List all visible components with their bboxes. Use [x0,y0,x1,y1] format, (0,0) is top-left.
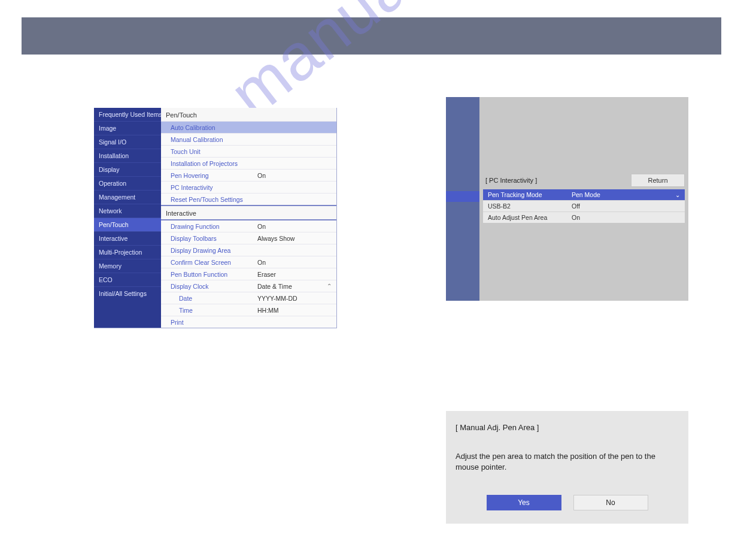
section-label-interactive: Interactive [161,205,336,219]
pc-row-pen-tracking-mode[interactable]: Pen Tracking ModePen Mode⌄ [483,189,685,200]
menu-item-drawing-function[interactable]: Drawing FunctionOn [161,219,336,232]
menu-item-print[interactable]: Print [161,316,336,328]
yes-button[interactable]: Yes [487,495,561,510]
sidebar-item-memory[interactable]: Memory [94,259,161,273]
sidebar-item-initial-all-settings[interactable]: Initial/All Settings [94,286,161,300]
menu-item-label: Touch Unit [171,148,257,155]
dialog-actions: Yes No [456,495,679,510]
menu-item-pen-hovering[interactable]: Pen HoveringOn [161,169,336,181]
menu-item-pc-interactivity[interactable]: PC Interactivity [161,181,336,193]
pc-row-value: Pen Mode [572,191,675,198]
sidebar-item-operation[interactable]: Operation [94,176,161,190]
no-button[interactable]: No [573,495,648,510]
sidebar-item-management[interactable]: Management [94,190,161,204]
dialog-title: [ Manual Adj. Pen Area ] [456,423,679,432]
menu-item-date[interactable]: DateYYYY-MM-DD [161,292,336,304]
menu-item-pen-button-function[interactable]: Pen Button FunctionEraser [161,268,336,280]
menu-item-display-drawing-area[interactable]: Display Drawing Area [161,244,336,256]
section-label-pen-touch: Pen/Touch [161,108,336,121]
pc-panel-header: [ PC Interactivity ] Return [485,174,685,187]
menu-item-label: Manual Calibration [171,136,257,143]
menu-item-label: Time [171,307,257,314]
menu-item-label: Print [171,319,257,326]
menu-item-label: Installation of Projectors [171,160,257,167]
menu-item-display-clock[interactable]: Display ClockDate & Time⌃ [161,280,336,292]
menu-item-value: Date & Time [257,283,327,290]
sidebar-item-display[interactable]: Display [94,162,161,176]
menu-item-label: Reset Pen/Touch Settings [171,196,257,203]
sidebar-item-interactive[interactable]: Interactive [94,231,161,245]
pc-row-value: On [572,214,680,221]
menu-item-display-toolbars[interactable]: Display ToolbarsAlways Show [161,232,336,244]
pc-panel-sidebar [446,97,479,301]
menu-item-reset-pen-touch-settings[interactable]: Reset Pen/Touch Settings [161,193,336,205]
settings-sidebar: Frequently Used ItemsImageSignal I/OInst… [94,108,161,328]
pc-row-label: Pen Tracking Mode [488,191,572,198]
menu-item-installation-of-projectors[interactable]: Installation of Projectors [161,157,336,169]
pc-interactivity-panel: [ PC Interactivity ] Return Pen Tracking… [446,97,688,301]
pc-row-usb-b2[interactable]: USB-B2Off [483,200,685,211]
pc-row-label: Auto Adjust Pen Area [488,214,572,221]
top-banner [22,17,721,55]
pc-panel-title: [ PC Interactivity ] [485,177,537,184]
menu-item-label: Display Clock [171,283,257,290]
menu-item-time[interactable]: TimeHH:MM [161,304,336,316]
chevron-up-icon: ⌃ [327,283,332,289]
chevron-down-icon: ⌄ [675,192,680,198]
sidebar-item-installation[interactable]: Installation [94,149,161,162]
return-button[interactable]: Return [631,174,685,187]
sidebar-item-network[interactable]: Network [94,204,161,217]
menu-item-value: On [257,172,332,179]
sidebar-item-frequently-used-items[interactable]: Frequently Used Items [94,108,161,121]
sidebar-item-eco[interactable]: ECO [94,273,161,286]
sidebar-item-signal-i-o[interactable]: Signal I/O [94,135,161,149]
pc-row-value: Off [572,202,680,210]
menu-item-label: Display Toolbars [171,235,257,242]
menu-item-label: Confirm Clear Screen [171,259,257,266]
menu-item-touch-unit[interactable]: Touch Unit [161,145,336,157]
pc-panel-sidebar-highlight [446,191,479,202]
menu-item-value: Eraser [257,271,332,278]
menu-item-label: Auto Calibration [171,124,257,131]
pc-interactivity-list: Pen Tracking ModePen Mode⌄USB-B2OffAuto … [483,189,685,223]
menu-item-value: HH:MM [257,307,332,314]
menu-item-value: On [257,223,332,230]
menu-item-label: Pen Hovering [171,172,257,179]
menu-item-confirm-clear-screen[interactable]: Confirm Clear ScreenOn [161,256,336,268]
menu-item-label: PC Interactivity [171,184,257,191]
menu-item-manual-calibration[interactable]: Manual Calibration [161,133,336,145]
pc-row-label: USB-B2 [488,202,572,210]
menu-item-value: On [257,259,332,266]
menu-item-label: Display Drawing Area [171,247,257,254]
menu-item-value: YYYY-MM-DD [257,295,332,302]
manual-adj-pen-area-dialog: [ Manual Adj. Pen Area ] Adjust the pen … [446,411,688,524]
menu-item-label: Date [171,295,257,302]
pc-panel-body: [ PC Interactivity ] Return Pen Tracking… [479,97,688,301]
settings-detail: Pen/TouchAuto CalibrationManual Calibrat… [161,108,336,328]
settings-panel: Frequently Used ItemsImageSignal I/OInst… [94,108,337,328]
pc-row-auto-adjust-pen-area[interactable]: Auto Adjust Pen AreaOn [483,211,685,223]
menu-item-value: Always Show [257,235,332,242]
dialog-message: Adjust the pen area to match the positio… [456,451,679,472]
menu-item-label: Pen Button Function [171,271,257,278]
sidebar-item-image[interactable]: Image [94,121,161,135]
sidebar-item-multi-projection[interactable]: Multi-Projection [94,245,161,259]
menu-item-auto-calibration[interactable]: Auto Calibration [161,121,336,133]
sidebar-item-pen-touch[interactable]: Pen/Touch [94,217,161,231]
menu-item-label: Drawing Function [171,223,257,230]
